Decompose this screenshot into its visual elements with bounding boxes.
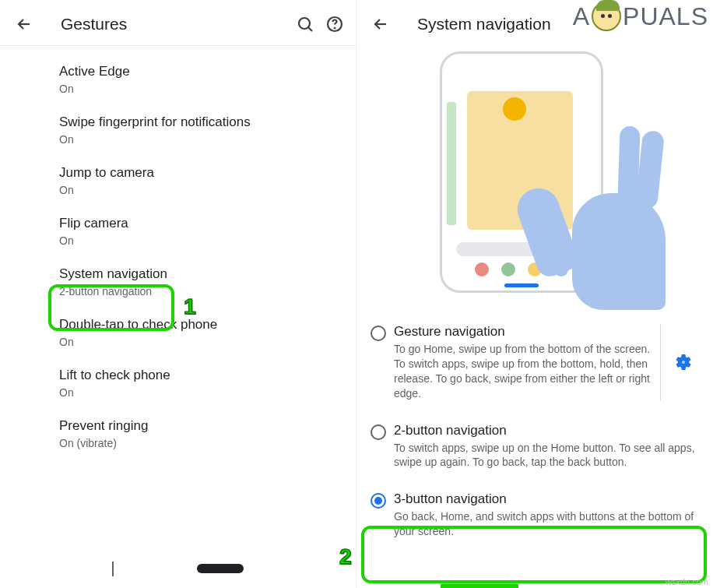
nav-back-icon[interactable]: [112, 562, 114, 576]
watermark-text-rest: PUALS: [623, 2, 708, 31]
back-arrow-icon[interactable]: [14, 14, 34, 34]
item-label: Jump to camera: [59, 164, 340, 182]
option-desc: Go back, Home, and switch apps with butt…: [394, 509, 699, 539]
item-sub: On: [59, 336, 340, 348]
watermark-text-a: A: [573, 2, 590, 31]
settings-item-swipe-fingerprint[interactable]: Swipe fingerprint for notifications On: [0, 104, 356, 155]
system-navigation-screen: System navigation: [356, 0, 713, 588]
source-attribution: wsxdn.com: [666, 577, 708, 586]
item-sub: On (vibrate): [59, 437, 340, 449]
option-3button-navigation[interactable]: 3-button navigation Go back, Home, and s…: [356, 481, 713, 550]
option-desc: To switch apps, swipe up on the Home but…: [394, 441, 699, 470]
item-label: Swipe fingerprint for notifications: [59, 114, 340, 132]
gestures-screen: Gestures Active Edge On Swipe fingerprin…: [0, 0, 356, 588]
svg-point-0: [299, 18, 310, 29]
appbar: Gestures: [0, 0, 356, 46]
item-label: System navigation: [59, 266, 340, 283]
settings-list: Active Edge On Swipe fingerprint for not…: [0, 46, 356, 459]
item-sub: On: [59, 83, 340, 95]
option-desc: To go Home, swipe up from the bottom of …: [394, 342, 654, 401]
option-title: Gesture navigation: [394, 324, 654, 340]
settings-item-double-tap[interactable]: Double-tap to check phone On: [0, 307, 356, 357]
watermark-head-icon: [592, 2, 621, 31]
item-label: Double-tap to check phone: [59, 316, 340, 334]
item-sub: 2-button navigation: [59, 285, 340, 298]
underline-indicator: [441, 584, 518, 588]
settings-item-active-edge[interactable]: Active Edge On: [0, 54, 356, 104]
gear-icon: [674, 353, 693, 371]
search-icon[interactable]: [295, 14, 315, 34]
settings-item-prevent-ringing[interactable]: Prevent ringing On (vibrate): [0, 408, 356, 459]
watermark-logo: A PUALS: [573, 2, 708, 31]
svg-point-2: [335, 28, 335, 29]
help-icon[interactable]: [325, 14, 345, 34]
option-2button-navigation[interactable]: 2-button navigation To switch apps, swip…: [356, 412, 713, 481]
option-title: 2-button navigation: [394, 423, 699, 438]
item-label: Lift to check phone: [59, 367, 340, 385]
item-sub: On: [59, 133, 340, 146]
settings-item-jump-camera[interactable]: Jump to camera On: [0, 155, 356, 206]
nav-home-pill[interactable]: [197, 564, 244, 573]
option-title: 3-button navigation: [394, 491, 699, 507]
page-title: Gestures: [61, 15, 295, 33]
radio-2button[interactable]: [363, 423, 394, 440]
item-label: Flip camera: [59, 215, 340, 233]
navigation-illustration: [410, 51, 659, 308]
settings-item-flip-camera[interactable]: Flip camera On: [0, 206, 356, 256]
option-gesture-navigation[interactable]: Gesture navigation To go Home, swipe up …: [356, 313, 713, 412]
back-arrow-icon[interactable]: [371, 14, 391, 34]
radio-3button[interactable]: [363, 491, 394, 509]
hand-illustration-icon: [510, 123, 666, 310]
settings-item-lift-check[interactable]: Lift to check phone On: [0, 357, 356, 408]
radio-gesture[interactable]: [363, 324, 394, 341]
item-sub: On: [59, 184, 340, 196]
nav-bar-2button: [0, 552, 356, 585]
settings-item-system-navigation[interactable]: System navigation 2-button navigation: [0, 256, 356, 307]
item-sub: On: [59, 234, 340, 247]
item-label: Prevent ringing: [59, 417, 340, 435]
item-label: Active Edge: [59, 63, 340, 81]
option-settings-button[interactable]: [660, 324, 705, 401]
navigation-options: Gesture navigation To go Home, swipe up …: [356, 313, 713, 550]
item-sub: On: [59, 386, 340, 399]
